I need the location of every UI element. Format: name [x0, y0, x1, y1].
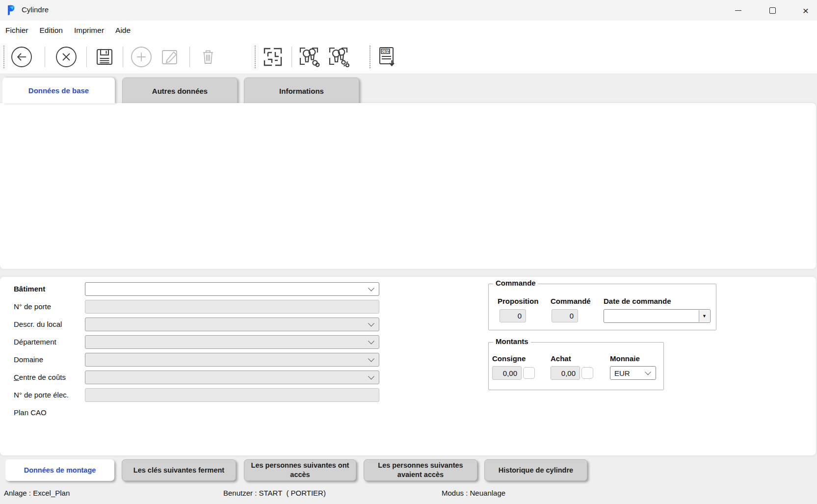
toolbar-separator — [255, 46, 256, 68]
toolbar-separator — [291, 47, 292, 67]
monnaie-combobox[interactable]: EUR — [610, 366, 656, 380]
porte-elec-field — [85, 388, 379, 402]
toolbar-separator — [369, 46, 370, 68]
date-commande-combobox[interactable]: ▼ — [604, 309, 711, 323]
tab-informations[interactable]: Informations — [244, 78, 359, 105]
toolbar-separator — [86, 47, 87, 67]
menu-edition[interactable]: Edition — [40, 26, 63, 35]
floor-plan-button[interactable] — [261, 44, 285, 70]
achat-field[interactable]: 0,00 — [551, 366, 580, 380]
tab-label: Les personnes suivantes avaient accès — [367, 461, 474, 479]
minimize-icon — [735, 10, 741, 11]
chevron-down-icon — [368, 356, 374, 362]
tab-donnees-de-base[interactable]: Données de base — [2, 78, 115, 104]
local-combobox[interactable] — [85, 318, 379, 331]
departement-combobox[interactable] — [85, 335, 379, 349]
title-bar: Cylindre × — [0, 0, 817, 21]
date-dropdown-button[interactable]: ▼ — [699, 310, 710, 322]
monnaie-label: Monnaie — [610, 354, 640, 363]
status-benutzer: Benutzer : START ( PORTIER) — [223, 489, 326, 497]
minimize-button[interactable] — [727, 0, 749, 21]
plan-cao-label: Plan CAO — [14, 408, 47, 417]
consigne-lookup-button[interactable] — [523, 367, 535, 379]
cancel-button[interactable] — [54, 44, 79, 70]
tab-autres-donnees[interactable]: Autres données — [122, 78, 237, 105]
application-window: Cylindre × Fichier Edition Imprimer Aide — [0, 0, 817, 504]
accel-letter: C — [14, 373, 19, 381]
achat-lookup-button[interactable] — [581, 367, 593, 379]
tab-label: Données de base — [28, 86, 89, 95]
app-logo-icon — [5, 4, 17, 16]
batiment-combobox[interactable] — [85, 282, 379, 296]
proposition-label: Proposition — [498, 297, 538, 305]
add-button — [129, 44, 154, 70]
menu-bar: Fichier Edition Imprimer Aide — [0, 21, 817, 40]
delete-button — [196, 44, 220, 70]
consigne-label: Consigne — [492, 354, 526, 363]
maximize-icon — [769, 7, 776, 14]
tab-label: Les personnes suivantes ont accès — [247, 461, 353, 479]
toolbar-separator — [3, 46, 4, 68]
back-button[interactable] — [9, 44, 34, 70]
consigne-value: 0,00 — [503, 369, 517, 377]
close-icon: × — [803, 5, 809, 16]
tab-label: Données de montage — [24, 466, 96, 475]
chevron-down-icon — [368, 285, 374, 292]
toolbar: CSV — [0, 40, 817, 74]
menu-fichier[interactable]: Fichier — [5, 26, 28, 35]
porte-field — [85, 300, 379, 314]
achat-value: 0,00 — [561, 369, 576, 377]
proposition-value: 0 — [518, 312, 522, 320]
window-title: Cylindre — [22, 5, 49, 14]
commande-field: 0 — [552, 309, 578, 322]
tab-personnes-avaient-acces[interactable]: Les personnes suivantes avaient accès — [364, 459, 477, 481]
domaine-combobox[interactable] — [85, 353, 379, 367]
label-rest: entre de coûts — [19, 373, 66, 381]
menu-aide[interactable]: Aide — [115, 26, 131, 35]
status-modus: Modus : Neuanlage — [442, 489, 505, 497]
svg-text:CSV: CSV — [382, 49, 390, 53]
chevron-down-icon — [368, 338, 374, 345]
tab-personnes-ont-acces[interactable]: Les personnes suivantes ont accès — [244, 459, 356, 481]
chevron-down-icon — [368, 320, 374, 327]
edit-button — [158, 44, 182, 70]
status-anlage: Anlage : Excel_Plan — [4, 489, 70, 497]
commande-group-title: Commande — [493, 279, 538, 287]
toolbar-separator — [45, 47, 45, 67]
maximize-button[interactable] — [761, 0, 784, 21]
centre-couts-combobox[interactable] — [85, 371, 379, 384]
link-cylinder-plan-button[interactable] — [297, 44, 321, 70]
dropdown-arrow-icon: ▼ — [702, 314, 707, 318]
centre-couts-label: Centre de coûts — [14, 373, 66, 381]
save-button[interactable] — [92, 44, 117, 70]
local-label: Descr. du local — [14, 320, 62, 328]
unlink-cylinder-plan-button[interactable] — [326, 44, 351, 70]
toolbar-separator — [123, 47, 123, 67]
menu-imprimer[interactable]: Imprimer — [74, 26, 104, 35]
porte-label: N° de porte — [14, 302, 51, 311]
toolbar-separator — [189, 47, 190, 67]
monnaie-value: EUR — [614, 369, 630, 377]
batiment-label: Bâtiment — [14, 285, 45, 293]
tab-label: Les clés suivantes ferment — [133, 466, 224, 475]
commande-label: Commandé — [551, 297, 591, 305]
close-button[interactable]: × — [794, 0, 817, 21]
departement-label: Département — [14, 338, 56, 346]
tab-donnees-de-montage[interactable]: Données de montage — [5, 459, 114, 481]
main-panel — [0, 103, 816, 269]
commande-value: 0 — [570, 312, 574, 320]
tab-label: Informations — [279, 87, 324, 95]
tab-historique-cylindre[interactable]: Historique de cylindre — [484, 459, 587, 481]
export-csv-button[interactable]: CSV — [375, 44, 399, 70]
commande-groupbox: Commande — [488, 284, 716, 330]
date-commande-label: Date de commande — [604, 297, 671, 305]
tab-cles-suivantes-ferment[interactable]: Les clés suivantes ferment — [122, 459, 236, 481]
chevron-down-icon — [645, 369, 651, 375]
porte-elec-label: N° de porte élec. — [14, 391, 69, 399]
montants-group-title: Montants — [493, 337, 531, 345]
achat-label: Achat — [551, 354, 571, 363]
consigne-field[interactable]: 0,00 — [492, 366, 522, 380]
proposition-field: 0 — [500, 309, 526, 322]
chevron-down-icon — [368, 373, 374, 380]
tab-label: Autres données — [152, 87, 208, 95]
